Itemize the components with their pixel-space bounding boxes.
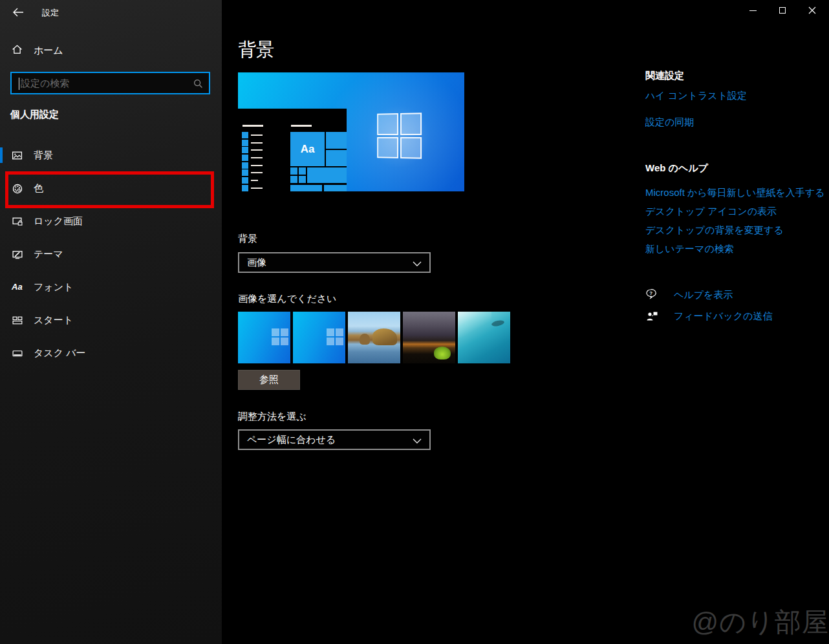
sidebar-item-home[interactable]: ホーム — [0, 41, 222, 61]
palette-icon — [12, 183, 23, 195]
background-type-select[interactable]: 画像 — [238, 252, 431, 273]
web-help-header: Web のヘルプ — [645, 162, 708, 175]
settings-search-box — [10, 72, 210, 94]
picture-icon — [12, 150, 23, 161]
search-input[interactable] — [12, 78, 209, 89]
close-icon — [808, 6, 816, 14]
sidebar-item-label: 色 — [34, 182, 43, 195]
home-icon — [12, 44, 23, 55]
sidebar-item-label: テーマ — [34, 248, 63, 261]
link-daily-wallpaper[interactable]: Microsoft から毎日新しい壁紙を入手する — [645, 187, 824, 199]
feedback-person-icon — [645, 310, 660, 323]
taskbar-icon — [12, 348, 23, 359]
svg-text:?: ? — [649, 290, 652, 296]
sidebar-item-lock-screen[interactable]: ロック画面 — [0, 207, 222, 235]
sidebar-item-label: タスク バー — [34, 347, 86, 360]
link-show-desktop-icons[interactable]: デスクトップ アイコンの表示 — [645, 206, 777, 218]
fit-select[interactable]: ページ幅に合わせる — [238, 429, 431, 450]
background-preview: Aa — [238, 72, 464, 191]
text-caret — [19, 78, 19, 90]
get-help-label: ヘルプを表示 — [674, 289, 733, 301]
windows-logo-icon — [377, 113, 422, 158]
sidebar-item-label: ロック画面 — [34, 215, 83, 228]
thumbnail-night-sky-tent[interactable] — [403, 312, 455, 363]
watermark-text: @のり部屋 — [691, 605, 829, 640]
sidebar-item-themes[interactable]: テーマ — [0, 240, 222, 268]
sidebar-item-colors[interactable]: 色 — [0, 174, 222, 202]
help-bubble-icon: ? — [645, 288, 660, 301]
sidebar-item-label: フォント — [34, 281, 73, 294]
sidebar-section-header: 個人用設定 — [10, 109, 59, 121]
minimize-button[interactable] — [738, 0, 768, 21]
page-title: 背景 — [238, 38, 274, 62]
preview-tile-aa: Aa — [290, 132, 325, 166]
back-arrow-icon — [12, 7, 24, 17]
browse-button[interactable]: 参照 — [238, 370, 300, 390]
settings-window: 設定 ホーム 個人用設定 背景 色 — [0, 0, 829, 644]
thumbnail-beach-rocks[interactable] — [348, 312, 400, 363]
sidebar-item-taskbar[interactable]: タスク バー — [0, 339, 222, 367]
font-icon: Aa — [12, 282, 23, 292]
windows-logo-icon — [327, 328, 343, 345]
link-high-contrast[interactable]: ハイ コントラスト設定 — [645, 90, 747, 102]
sidebar-item-label: スタート — [34, 314, 73, 327]
maximize-button[interactable] — [768, 0, 797, 21]
start-menu-preview: Aa — [238, 109, 347, 191]
choose-picture-label: 画像を選んでください — [238, 293, 336, 305]
selected-indicator — [0, 147, 3, 163]
sidebar-item-label: 背景 — [34, 149, 53, 162]
fit-label: 調整方法を選ぶ — [238, 411, 307, 423]
minimize-icon — [749, 10, 757, 11]
related-settings-header: 関連設定 — [645, 70, 684, 82]
back-button[interactable] — [9, 4, 27, 21]
select-value: ページ幅に合わせる — [247, 434, 336, 446]
background-type-label: 背景 — [238, 233, 257, 245]
window-title: 設定 — [42, 7, 59, 19]
thumbnail-underwater[interactable] — [458, 312, 510, 363]
select-value: 画像 — [247, 257, 266, 269]
sidebar-item-background[interactable]: 背景 — [0, 141, 222, 169]
link-change-desktop-background[interactable]: デスクトップの背景を変更する — [645, 224, 784, 237]
search-icon[interactable] — [193, 78, 204, 89]
send-feedback-label: フィードバックの送信 — [674, 310, 772, 323]
thumbnail-windows-default[interactable] — [238, 312, 290, 363]
picture-thumbnails — [238, 312, 510, 363]
link-sync-settings[interactable]: 設定の同期 — [645, 116, 694, 129]
sidebar-item-label: ホーム — [34, 45, 63, 57]
chevron-down-icon — [413, 438, 422, 444]
maximize-icon — [779, 7, 786, 14]
windows-logo-icon — [272, 328, 288, 345]
thumbnail-windows-default-2[interactable] — [293, 312, 345, 363]
link-find-new-themes[interactable]: 新しいテーマの検索 — [645, 243, 734, 255]
sidebar-item-start[interactable]: スタート — [0, 306, 222, 334]
theme-icon — [12, 249, 23, 260]
window-controls — [738, 0, 827, 21]
lock-screen-icon — [12, 216, 23, 227]
close-button[interactable] — [797, 0, 827, 21]
sidebar: 設定 ホーム 個人用設定 背景 色 — [0, 0, 222, 644]
start-tiles-icon — [12, 315, 23, 326]
sidebar-item-fonts[interactable]: Aa フォント — [0, 273, 222, 301]
chevron-down-icon — [413, 261, 422, 266]
